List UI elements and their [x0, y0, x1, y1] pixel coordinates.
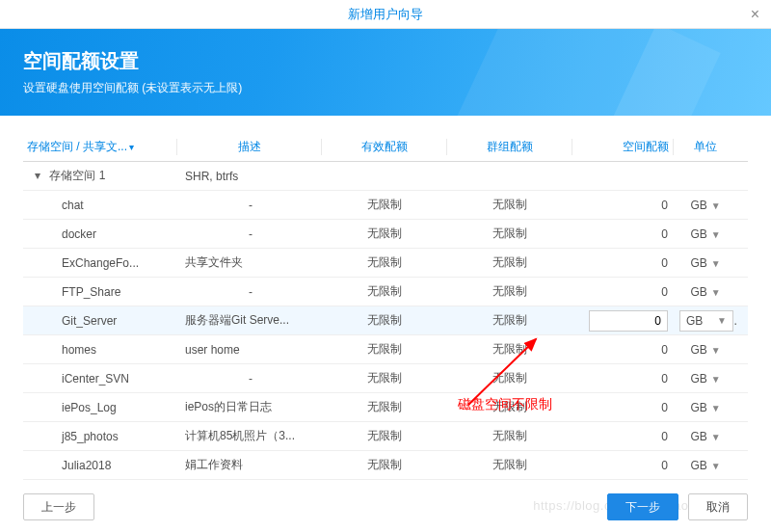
cell-name: j85_photos [23, 430, 177, 443]
table-row[interactable]: j85_photos计算机85机照片（3...无限制无限制0GB▼ [23, 422, 748, 451]
cell-group-quota: 无限制 [447, 254, 572, 271]
table-row[interactable]: homesuser home无限制无限制0GB▼ [23, 335, 748, 364]
col-header-group[interactable]: 群组配额 [447, 139, 572, 155]
cell-desc: - [177, 199, 322, 212]
cell-desc: - [177, 372, 322, 386]
cell-name: chat [23, 199, 177, 212]
table-row[interactable]: Julia2018娟工作资料无限制无限制0GB▼ [23, 451, 748, 480]
grid-header-row: 存储空间 / 共享文...▾ 描述 有效配额 群组配额 空间配额 单位 [23, 133, 748, 162]
cell-space-quota[interactable]: 0 [572, 459, 674, 472]
cell-name: ▾ 存储空间 1 [23, 168, 177, 184]
cell-unit[interactable]: GB▼ [674, 285, 737, 299]
cell-quota: 无限制 [322, 283, 447, 300]
cell-quota: 无限制 [322, 312, 447, 329]
chevron-down-icon: ▼ [711, 200, 721, 211]
grid-body: ▾ 存储空间 1SHR, btrfschat-无限制无限制0GB▼docker-… [23, 162, 748, 480]
cell-space-quota[interactable]: 0 [572, 430, 674, 443]
cell-unit[interactable]: GB▼ [674, 256, 737, 270]
cell-quota: 无限制 [322, 226, 447, 242]
cell-group-quota: 无限制 [447, 226, 572, 242]
cell-space-quota[interactable]: 0 [572, 227, 674, 241]
cell-name: FTP_Share [23, 285, 177, 299]
cell-name: ExChangeFo... [23, 256, 177, 270]
cell-desc: 共享文件夹 [177, 254, 322, 271]
banner: 空间配额设置 设置硬盘使用空间配额 (未设置表示无上限) [0, 29, 771, 116]
cell-name: Git_Server [23, 314, 177, 328]
quota-grid: 存储空间 / 共享文...▾ 描述 有效配额 群组配额 空间配额 单位 ▾ 存储… [0, 116, 771, 480]
cell-quota: 无限制 [322, 399, 447, 415]
cell-group-quota: 无限制 [447, 197, 572, 213]
cell-group-quota: 无限制 [447, 457, 572, 473]
space-quota-input[interactable] [589, 310, 668, 332]
cell-group-quota: 无限制 [447, 341, 572, 358]
back-button[interactable]: 上一步 [23, 493, 94, 520]
cell-quota: 无限制 [322, 341, 447, 358]
col-header-desc[interactable]: 描述 [177, 139, 322, 155]
table-row[interactable]: ExChangeFo...共享文件夹无限制无限制0GB▼ [23, 249, 748, 278]
cell-quota: 无限制 [322, 428, 447, 444]
cell-quota: 无限制 [322, 370, 447, 386]
cell-unit[interactable]: GB▼ [674, 372, 737, 386]
cell-quota: 无限制 [322, 457, 447, 473]
cell-space-quota[interactable]: 0 [572, 285, 674, 299]
cell-group-quota: 无限制 [447, 428, 572, 444]
cell-unit[interactable]: GB▼ [674, 459, 737, 472]
cell-group-quota: 无限制 [447, 370, 572, 386]
cell-desc: 服务器端Git Serve... [177, 312, 322, 329]
cell-desc: 娟工作资料 [177, 457, 322, 473]
dialog-title: 新增用户向导 [348, 6, 423, 23]
col-header-quota[interactable]: 有效配额 [322, 139, 447, 155]
cell-space-quota[interactable]: 0 [572, 199, 674, 212]
cell-space-quota[interactable]: 0 [572, 372, 674, 386]
cell-desc: user home [177, 343, 322, 357]
cell-group-quota: 无限制 [447, 399, 572, 415]
cell-space-quota [572, 310, 674, 332]
table-row[interactable]: docker-无限制无限制0GB▼ [23, 220, 748, 249]
cell-unit[interactable]: GB▼ [674, 227, 737, 241]
cell-group-quota: 无限制 [447, 312, 572, 329]
cell-desc: 计算机85机照片（3... [177, 428, 322, 444]
cell-quota: 无限制 [322, 254, 447, 271]
chevron-down-icon: ▼ [711, 287, 721, 298]
table-row[interactable]: FTP_Share-无限制无限制0GB▼ [23, 278, 748, 306]
expand-icon[interactable]: ▾ [35, 169, 46, 182]
col-header-space[interactable]: 空间配额 [572, 139, 674, 155]
table-row[interactable]: chat-无限制无限制0GB▼ [23, 191, 748, 220]
cell-name: iCenter_SVN [23, 372, 177, 386]
table-row[interactable]: iePos_LogiePos的日常日志无限制无限制0GB▼ [23, 393, 748, 422]
close-icon[interactable]: × [751, 6, 759, 23]
cell-unit[interactable]: GB▼ [674, 401, 737, 414]
cell-group-quota: 无限制 [447, 283, 572, 300]
table-row[interactable]: ▾ 存储空间 1SHR, btrfs [23, 162, 748, 191]
col-header-name[interactable]: 存储空间 / 共享文...▾ [23, 139, 177, 155]
chevron-down-icon: ▼ [711, 258, 721, 269]
cell-unit[interactable]: GB▼ [674, 199, 737, 212]
table-row[interactable]: iCenter_SVN-无限制无限制0GB▼ [23, 364, 748, 393]
chevron-down-icon: ▼ [717, 315, 727, 326]
cell-unit[interactable]: GB▼ [674, 430, 737, 443]
cell-name: homes [23, 343, 177, 357]
chevron-down-icon: ▼ [711, 229, 721, 240]
cell-space-quota[interactable]: 0 [572, 343, 674, 357]
cell-desc: - [177, 285, 322, 299]
cell-unit[interactable]: GB▼ [674, 343, 737, 357]
cancel-button[interactable]: 取消 [688, 493, 748, 520]
cell-space-quota[interactable]: 0 [572, 401, 674, 414]
banner-subtitle: 设置硬盘使用空间配额 (未设置表示无上限) [23, 80, 748, 96]
cell-name: docker [23, 227, 177, 241]
col-header-unit[interactable]: 单位 [674, 139, 737, 155]
table-row[interactable]: Git_Server服务器端Git Serve...无限制无限制GB▼ [23, 306, 748, 335]
cell-name: iePos_Log [23, 401, 177, 414]
cell-unit: GB▼ [674, 310, 737, 332]
cell-name: Julia2018 [23, 459, 177, 472]
footer: 上一步 下一步 取消 [0, 493, 771, 520]
cell-space-quota[interactable]: 0 [572, 256, 674, 270]
chevron-down-icon: ▼ [711, 461, 721, 471]
banner-heading: 空间配额设置 [23, 48, 748, 74]
cell-desc: iePos的日常日志 [177, 399, 322, 415]
chevron-down-icon: ▼ [711, 345, 721, 356]
chevron-down-icon: ▼ [711, 403, 721, 413]
next-button[interactable]: 下一步 [607, 493, 678, 520]
cell-desc: SHR, btrfs [177, 170, 322, 183]
unit-select[interactable]: GB▼ [679, 310, 733, 332]
